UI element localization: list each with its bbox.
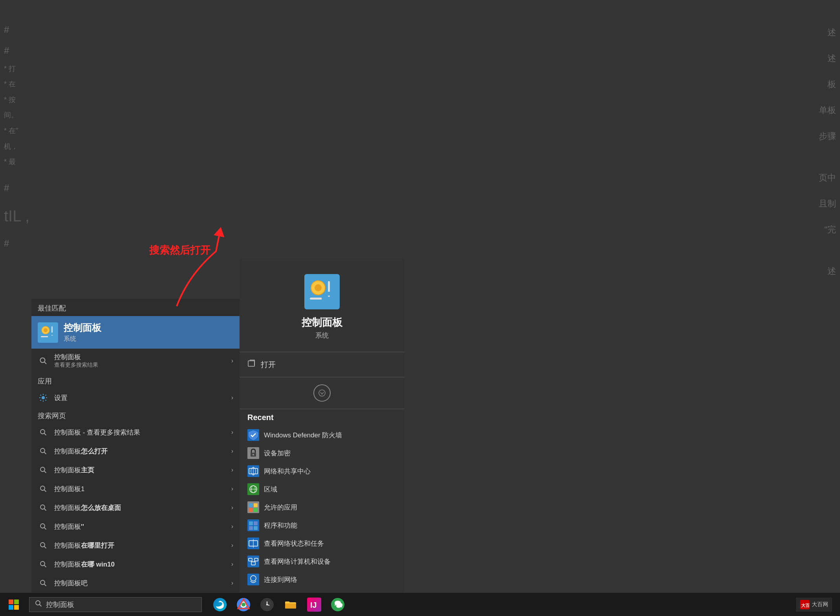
svg-rect-73 xyxy=(9,605,13,610)
web-item-1[interactable]: 控制面板怎么打开 › xyxy=(31,442,240,461)
svg-rect-57 xyxy=(249,526,253,530)
settings-item[interactable]: 设置 › xyxy=(31,388,240,407)
web-item-text-2: 控制面板主页 xyxy=(54,466,231,475)
svg-rect-56 xyxy=(254,521,258,525)
recent-item-3[interactable]: 区域 xyxy=(247,480,397,498)
web-item-8[interactable]: 控制面板吧 › xyxy=(31,574,240,592)
svg-rect-74 xyxy=(14,605,19,610)
right-panel-subtitle: 系统 xyxy=(315,331,329,340)
svg-point-80 xyxy=(242,603,245,607)
svg-rect-6 xyxy=(51,333,53,335)
expand-section xyxy=(240,377,404,409)
settings-arrow: › xyxy=(231,394,233,401)
web-item-4[interactable]: 控制面板怎么放在桌面 › xyxy=(31,498,240,517)
web-item-0[interactable]: 控制面板 - 查看更多搜索结果 › xyxy=(31,423,240,442)
recent-item-text-0: Windows Defender 防火墙 xyxy=(264,431,342,440)
folder-app[interactable] xyxy=(280,594,301,615)
web-arrow-3: › xyxy=(231,485,233,492)
svg-point-26 xyxy=(40,580,45,585)
svg-rect-34 xyxy=(326,292,331,296)
right-panel-title: 控制面板 xyxy=(302,316,342,329)
svg-point-77 xyxy=(213,598,227,611)
svg-rect-53 xyxy=(254,508,258,512)
svg-rect-40 xyxy=(253,454,254,455)
recent-item-8[interactable]: 连接到网络 xyxy=(247,570,397,589)
recent-item-6[interactable]: 查看网络状态和任务 xyxy=(247,534,397,552)
web-item-text-1: 控制面板怎么打开 xyxy=(54,447,231,456)
web-item-text-7: 控制面板在哪 win10 xyxy=(54,560,231,569)
doc-text: * 最 xyxy=(4,154,29,170)
recent-item-4[interactable]: 允许的应用 xyxy=(247,498,397,516)
recent-item-text-7: 查看网络计算机和设备 xyxy=(264,557,331,566)
recent-item-0[interactable]: Windows Defender 防火墙 xyxy=(247,426,397,444)
doc-text-right: 述 xyxy=(819,46,836,71)
device-encrypt-icon xyxy=(247,447,259,459)
apps-section-label: 应用 xyxy=(31,373,240,388)
chrome-app[interactable] xyxy=(233,594,254,615)
network-computers-icon xyxy=(247,556,259,567)
search-icon-5 xyxy=(38,521,49,532)
svg-text:大百: 大百 xyxy=(801,603,809,608)
allowed-apps-icon xyxy=(247,501,259,513)
web-item-2[interactable]: 控制面板主页 › xyxy=(31,461,240,479)
best-match-item[interactable]: 控制面板 系统 xyxy=(31,316,240,349)
search-icon-8 xyxy=(38,578,49,589)
taskbar-right: 大百 大百网 xyxy=(796,598,840,612)
expand-button[interactable] xyxy=(313,384,331,402)
right-panel-top: 控制面板 系统 xyxy=(240,258,404,352)
wechat-app[interactable] xyxy=(328,594,348,615)
programs-icon xyxy=(247,519,259,531)
search-icon xyxy=(38,355,49,366)
doc-text: # xyxy=(4,178,29,199)
best-match-subtitle: 系统 xyxy=(64,335,101,343)
svg-line-27 xyxy=(44,584,46,586)
doc-text-right: 述 xyxy=(819,20,836,46)
web-item-7[interactable]: 控制面板在哪 win10 › xyxy=(31,555,240,574)
svg-point-9 xyxy=(42,396,45,399)
intellij-app[interactable]: IJ xyxy=(304,594,324,615)
recent-item-2[interactable]: 网络和共享中心 xyxy=(247,462,397,480)
web-item-5[interactable]: 控制面板'' › xyxy=(31,517,240,536)
clock-app[interactable] xyxy=(257,594,277,615)
open-text: 打开 xyxy=(261,360,276,370)
svg-point-16 xyxy=(40,486,45,490)
web-item-3[interactable]: 控制面板1 › xyxy=(31,479,240,498)
svg-point-2 xyxy=(44,328,48,332)
web-item-6[interactable]: 控制面板在哪里打开 › xyxy=(31,536,240,555)
recent-item-7[interactable]: 查看网络计算机和设备 xyxy=(247,552,397,570)
svg-line-17 xyxy=(44,490,46,492)
taskbar: 控制面板 xyxy=(0,592,840,616)
more-search-item[interactable]: 控制面板 查看更多搜索结果 › xyxy=(31,349,240,373)
network-share-icon xyxy=(247,465,259,477)
svg-point-75 xyxy=(36,601,40,605)
web-arrow-6: › xyxy=(231,542,233,549)
svg-line-25 xyxy=(44,565,46,567)
doc-text: tIL , xyxy=(4,199,29,233)
edge-app[interactable] xyxy=(210,594,230,615)
best-match-info: 控制面板 系统 xyxy=(64,322,101,343)
recent-header: Recent xyxy=(247,413,397,422)
start-button[interactable] xyxy=(0,593,27,616)
best-match-title: 控制面板 xyxy=(64,322,101,334)
search-icon-1 xyxy=(38,446,49,457)
search-icon-0 xyxy=(38,427,49,438)
doc-text: * 按 xyxy=(4,92,29,108)
svg-line-19 xyxy=(44,509,46,511)
svg-point-36 xyxy=(319,390,325,396)
svg-point-22 xyxy=(40,543,45,547)
recent-item-text-2: 网络和共享中心 xyxy=(264,467,311,476)
web-item-text-6: 控制面板在哪里打开 xyxy=(54,541,231,550)
right-panel: 控制面板 系统 打开 Recent xyxy=(240,258,404,592)
svg-point-10 xyxy=(40,430,45,434)
doc-text: # xyxy=(4,20,29,40)
recent-item-1[interactable]: 设备加密 xyxy=(247,444,397,462)
web-arrow-1: › xyxy=(231,448,233,455)
doc-text: 机， xyxy=(4,139,29,155)
search-icon-6 xyxy=(38,540,49,551)
taskbar-search-icon xyxy=(35,600,42,609)
open-action[interactable]: 打开 xyxy=(240,352,404,377)
recent-item-5[interactable]: 程序和功能 xyxy=(247,516,397,534)
doc-text: * 在" xyxy=(4,123,29,139)
web-item-text-8: 控制面板吧 xyxy=(54,579,231,588)
taskbar-search-bar[interactable]: 控制面板 xyxy=(29,597,202,612)
